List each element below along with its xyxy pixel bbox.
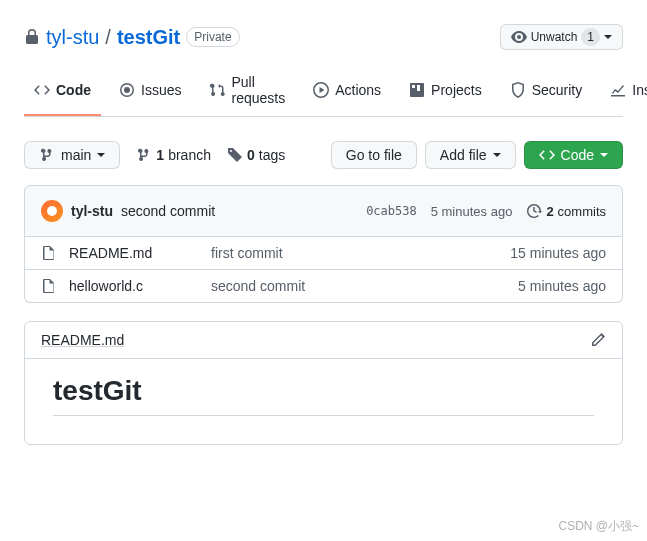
file-time: 5 minutes ago — [518, 278, 606, 294]
readme-heading: testGit — [53, 375, 594, 416]
latest-commit-bar: tyl-stu second commit 0cab538 5 minutes … — [24, 185, 623, 237]
path-separator: / — [105, 26, 111, 49]
repo-title: tyl-stu / testGit Private — [24, 26, 240, 49]
repo-name-link[interactable]: testGit — [117, 26, 180, 48]
watch-label: Unwatch — [531, 30, 578, 44]
commit-sha[interactable]: 0cab538 — [366, 204, 417, 218]
tab-projects[interactable]: Projects — [399, 66, 492, 116]
branch-icon — [39, 147, 55, 163]
file-toolbar: main 1 branch 0 tags Go to file Add file — [24, 141, 623, 169]
add-file-button[interactable]: Add file — [425, 141, 516, 169]
commit-message[interactable]: second commit — [121, 203, 215, 219]
code-icon — [34, 82, 50, 98]
branch-icon — [136, 147, 152, 163]
lock-icon — [24, 29, 40, 45]
commit-time: 5 minutes ago — [431, 204, 513, 219]
file-name-link[interactable]: README.md — [69, 245, 152, 261]
shield-icon — [510, 82, 526, 98]
file-commit-link[interactable]: first commit — [211, 245, 510, 261]
tag-icon — [227, 147, 243, 163]
branch-select-button[interactable]: main — [24, 141, 120, 169]
eye-icon — [511, 29, 527, 45]
actions-icon — [313, 82, 329, 98]
avatar[interactable] — [41, 200, 63, 222]
file-icon — [41, 245, 57, 261]
tab-pull-requests[interactable]: Pull requests — [199, 66, 295, 116]
projects-icon — [409, 82, 425, 98]
go-to-file-button[interactable]: Go to file — [331, 141, 417, 169]
branches-link[interactable]: 1 branch — [136, 147, 211, 163]
readme-filename-link[interactable]: README.md — [41, 332, 124, 348]
file-row: helloworld.c second commit 5 minutes ago — [25, 269, 622, 302]
insights-icon — [610, 82, 626, 98]
caret-down-icon — [604, 35, 612, 43]
repo-tabs: Code Issues Pull requests Actions Projec… — [24, 66, 623, 117]
tab-actions[interactable]: Actions — [303, 66, 391, 116]
file-list: README.md first commit 15 minutes ago he… — [24, 237, 623, 303]
code-download-button[interactable]: Code — [524, 141, 623, 169]
visibility-badge: Private — [186, 27, 239, 47]
watch-count: 1 — [581, 28, 600, 46]
file-name-link[interactable]: helloworld.c — [69, 278, 143, 294]
issues-icon — [119, 82, 135, 98]
readme-panel: README.md testGit — [24, 321, 623, 445]
history-icon — [526, 203, 542, 219]
pencil-icon[interactable] — [590, 332, 606, 348]
caret-down-icon — [97, 153, 105, 161]
tab-code[interactable]: Code — [24, 66, 101, 116]
file-row: README.md first commit 15 minutes ago — [25, 237, 622, 269]
tab-issues[interactable]: Issues — [109, 66, 191, 116]
commit-author[interactable]: tyl-stu — [71, 203, 113, 219]
tab-security[interactable]: Security — [500, 66, 593, 116]
caret-down-icon — [600, 153, 608, 161]
repo-owner-link[interactable]: tyl-stu — [46, 26, 99, 49]
file-icon — [41, 278, 57, 294]
commits-link[interactable]: 2 commits — [526, 203, 606, 219]
repo-header: tyl-stu / testGit Private Unwatch 1 — [24, 24, 623, 50]
code-icon — [539, 147, 555, 163]
caret-down-icon — [493, 153, 501, 161]
unwatch-button[interactable]: Unwatch 1 — [500, 24, 623, 50]
file-commit-link[interactable]: second commit — [211, 278, 518, 294]
tab-insights[interactable]: Insights — [600, 66, 647, 116]
file-time: 15 minutes ago — [510, 245, 606, 261]
tags-link[interactable]: 0 tags — [227, 147, 285, 163]
pull-request-icon — [209, 82, 225, 98]
